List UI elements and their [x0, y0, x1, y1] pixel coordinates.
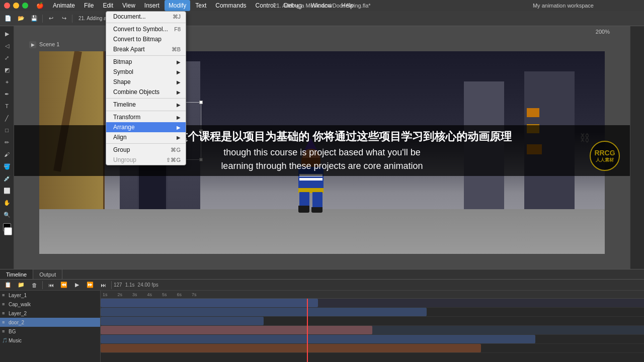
layer-item-music[interactable]: 🎵 Music: [0, 336, 100, 345]
layer-item-bg[interactable]: ≡ BG: [0, 327, 100, 336]
brush-tool[interactable]: 🖌: [2, 149, 13, 160]
line-tool[interactable]: ╱: [2, 113, 13, 124]
tab-timeline[interactable]: Timeline: [0, 269, 33, 279]
handle-tr[interactable]: [199, 101, 203, 104]
menu-item-shortcut: ⇧⌘G: [166, 157, 181, 163]
timeline-content: ≡ Layer_1 ≡ Cap_walk ≡ Layer_2 ≡ door_2 …: [0, 291, 644, 362]
layer-item-door2[interactable]: ≡ door_2: [0, 318, 100, 327]
paint-bucket-tool[interactable]: 🪣: [2, 161, 13, 172]
menu-insert[interactable]: Insert: [140, 0, 164, 11]
frame-indicator: 127: [114, 282, 122, 288]
menu-item-document[interactable]: Document... ⌘J: [106, 12, 186, 22]
new-folder-button[interactable]: 📁: [15, 280, 27, 291]
menu-animate[interactable]: Animate: [49, 0, 79, 11]
lasso-tool[interactable]: ⌖: [2, 76, 13, 87]
subselect-tool[interactable]: ◁: [2, 40, 13, 51]
menu-item-label: Group: [113, 146, 130, 153]
frame-block-bg[interactable]: [101, 335, 535, 343]
play-end-button[interactable]: ⏭: [97, 280, 109, 291]
layer-item-capwalk[interactable]: ≡ Cap_walk: [0, 300, 100, 309]
menu-commands[interactable]: Commands: [211, 0, 250, 11]
menu-view[interactable]: View: [118, 0, 139, 11]
play-button[interactable]: ▶: [71, 280, 83, 291]
menu-item-ungroup[interactable]: Ungroup ⇧⌘G: [106, 155, 186, 165]
menu-item-label: Convert to Symbol...: [113, 26, 168, 33]
watermark-logo: RRCG: [594, 149, 615, 157]
eyedropper-tool[interactable]: 💉: [2, 173, 13, 184]
frame-block-2[interactable]: [101, 308, 427, 316]
save-button[interactable]: 💾: [28, 13, 40, 24]
pen-tool[interactable]: ✒: [2, 88, 13, 100]
text-tool[interactable]: T: [2, 101, 13, 112]
frame-row-3: [101, 317, 644, 326]
gradient-tool[interactable]: ◩: [2, 64, 13, 75]
menu-item-break-apart[interactable]: Break Apart ⌘B: [106, 44, 186, 54]
menu-modify[interactable]: Modify: [165, 0, 190, 11]
tab-output[interactable]: Output: [33, 269, 62, 279]
zoom-tool[interactable]: 🔍: [2, 209, 13, 220]
select-tool[interactable]: ▶: [2, 28, 13, 39]
menu-file[interactable]: File: [80, 0, 98, 11]
undo-button[interactable]: ↩: [45, 13, 57, 24]
new-layer-button[interactable]: 📋: [2, 280, 14, 291]
timeline-sep-2: [111, 281, 112, 289]
frame-6s: 6s: [177, 292, 182, 297]
menu-item-shape[interactable]: Shape ▶: [106, 77, 186, 87]
menu-item-bitmap[interactable]: Bitmap ▶: [106, 57, 186, 67]
play-back-button[interactable]: ⏮: [45, 280, 57, 291]
menu-item-symbol[interactable]: Symbol ▶: [106, 67, 186, 77]
menu-item-shortcut: ⌘B: [172, 46, 181, 53]
submenu-arrow: ▶: [177, 115, 181, 120]
layer-icon: 🎵: [2, 338, 7, 343]
menu-item-group[interactable]: Group ⌘G: [106, 145, 186, 155]
menu-item-label: Combine Objects: [113, 88, 159, 96]
rect-tool[interactable]: □: [2, 125, 13, 136]
menu-item-convert-bitmap[interactable]: Convert to Bitmap: [106, 34, 186, 44]
menu-edit[interactable]: Edit: [99, 0, 117, 11]
menu-item-convert-symbol[interactable]: Convert to Symbol... F8: [106, 24, 186, 34]
menu-item-timeline[interactable]: Timeline ▶: [106, 100, 186, 110]
frame-block-music[interactable]: [101, 344, 481, 352]
left-tool-panel: ▶ ◁ ⤢ ◩ ⌖ ✒ T ╱ □ ✏ 🖌 🪣 💉 ⬜ ✋ 🔍: [0, 26, 14, 269]
playhead[interactable]: [307, 299, 308, 362]
frame-row-1: [101, 299, 644, 308]
color-fill[interactable]: [4, 227, 12, 235]
menu-item-label: Align: [113, 134, 127, 141]
menu-item-shortcut: ⌘G: [171, 147, 181, 153]
menu-text[interactable]: Text: [191, 0, 210, 11]
close-button[interactable]: [4, 3, 10, 9]
menu-item-transform[interactable]: Transform ▶: [106, 112, 186, 122]
menu-item-align[interactable]: Align ▶: [106, 132, 186, 142]
hand-tool[interactable]: ✋: [2, 197, 13, 208]
pencil-tool[interactable]: ✏: [2, 137, 13, 148]
menu-apple[interactable]: 🍎: [32, 0, 48, 11]
step-forward-button[interactable]: ⏩: [84, 280, 96, 291]
layer-label: Music: [9, 338, 22, 343]
menu-separator-5: [106, 143, 186, 144]
frame-4s: 4s: [147, 292, 152, 297]
menu-separator-2: [106, 55, 186, 56]
modify-menu: Document... ⌘J Convert to Symbol... F8 C…: [106, 11, 186, 165]
frame-row-door2: [101, 326, 644, 335]
frame-block-3[interactable]: [101, 317, 264, 325]
maximize-button[interactable]: [22, 3, 28, 9]
menu-item-combine-objects[interactable]: Combine Objects ▶: [106, 87, 186, 97]
new-button[interactable]: 📄: [2, 13, 14, 24]
menu-item-arrange[interactable]: Arrange ▶: [106, 122, 186, 132]
step-back-button[interactable]: ⏪: [58, 280, 70, 291]
scene-label: ▶ Scene 1: [29, 41, 59, 48]
layer-item-layer2[interactable]: ≡ Layer_2: [0, 309, 100, 318]
menu-item-label: Break Apart: [113, 46, 145, 53]
eraser-tool[interactable]: ⬜: [2, 185, 13, 196]
delete-layer-button[interactable]: 🗑: [28, 280, 40, 291]
free-transform-tool[interactable]: ⤢: [2, 52, 13, 63]
open-button[interactable]: 📂: [15, 13, 27, 24]
redo-button[interactable]: ↪: [58, 13, 70, 24]
time-indicator: 1.1s: [125, 282, 135, 288]
frame-block-1[interactable]: [101, 299, 318, 307]
ground: [39, 209, 605, 254]
traffic-lights: [4, 3, 28, 9]
frame-block-door2[interactable]: [101, 326, 372, 334]
layer-item[interactable]: ≡ Layer_1: [0, 291, 100, 300]
minimize-button[interactable]: [13, 3, 19, 9]
